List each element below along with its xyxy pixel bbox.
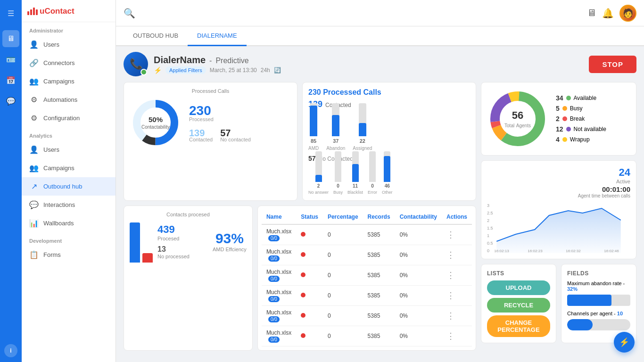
tab-outbound-hub[interactable]: OUTBOUD HUB bbox=[124, 26, 188, 46]
row-tag: 0/0 bbox=[268, 276, 280, 282]
row-menu[interactable]: ⋮ bbox=[446, 271, 455, 280]
nav-item-forms[interactable]: 📋 Forms bbox=[22, 246, 116, 264]
svg-text:16:02:46: 16:02:46 bbox=[604, 249, 619, 253]
fab-filter[interactable]: ⚡ bbox=[614, 332, 635, 353]
bell-icon[interactable]: 🔔 bbox=[602, 8, 614, 19]
cell-pct: 0 bbox=[323, 245, 363, 265]
assigned-name: Assigned bbox=[353, 146, 372, 151]
nc-bar-error: 0 Error bbox=[368, 151, 377, 195]
cell-actions[interactable]: ⋮ bbox=[442, 265, 472, 286]
nav-item-campaigns[interactable]: 👥 Campaigns bbox=[22, 72, 116, 90]
status-dot bbox=[301, 333, 305, 338]
contacts-processed-label: Procesed bbox=[157, 236, 190, 241]
col-actions: Actions bbox=[442, 210, 472, 224]
nav-label-users: Users bbox=[43, 41, 59, 48]
nav-item-connectors[interactable]: 🔗 Connectors bbox=[22, 54, 116, 72]
sidebar-icon-contacts[interactable]: 🪪 bbox=[2, 51, 19, 68]
nav-item-automations[interactable]: ⚙ Automations bbox=[22, 90, 116, 109]
nav-item-configuration[interactable]: ⚙ Configuration bbox=[22, 109, 116, 127]
nav-label-a-campaigns: Campaigns bbox=[43, 165, 74, 172]
legend-not-available: 12 Not available bbox=[556, 125, 606, 133]
recycle-button[interactable]: RECYCLE bbox=[487, 298, 550, 313]
nav-item-wallboards[interactable]: 📊 Wallboards bbox=[22, 214, 116, 232]
nav-item-interactions[interactable]: 💬 Interactions bbox=[22, 196, 116, 214]
cell-status bbox=[296, 265, 323, 286]
sidebar-icon-monitor[interactable]: 🖥 bbox=[2, 30, 19, 47]
nav-label-connectors: Connectors bbox=[43, 59, 74, 66]
nav-item-outbound-hub[interactable]: ↗ Outbound hub bbox=[22, 177, 116, 196]
cell-actions[interactable]: ⋮ bbox=[442, 306, 472, 326]
row-menu[interactable]: ⋮ bbox=[446, 250, 455, 260]
user-avatar[interactable]: 🧑 bbox=[619, 5, 636, 22]
nav-item-a-users[interactable]: 👤 Users bbox=[22, 140, 116, 159]
refresh-icon[interactable]: 🔄 bbox=[274, 67, 281, 74]
cell-actions[interactable]: ⋮ bbox=[442, 245, 472, 265]
chart-processed-num: 230 Processed Calls bbox=[308, 88, 381, 97]
amd-name: AMD bbox=[308, 146, 319, 151]
stop-button[interactable]: STOP bbox=[589, 56, 636, 73]
upload-button[interactable]: UPLOAD bbox=[487, 280, 550, 295]
row-tag: 0/0 bbox=[268, 255, 280, 262]
bar-amd: 85 AMD bbox=[308, 103, 319, 151]
legend-wrapup: 4 Wrapup bbox=[556, 136, 606, 143]
table-row: Much.xlsx 0/0 0 5385 0% ⋮ bbox=[262, 326, 472, 346]
cell-actions[interactable]: ⋮ bbox=[442, 286, 472, 306]
contacts-bars bbox=[130, 220, 153, 263]
nc-other-val: 46 bbox=[385, 183, 390, 189]
left-column: Processed Calls 50% bbox=[124, 82, 476, 355]
contactability-donut: 50% Contactability bbox=[130, 97, 182, 148]
change-pct-button[interactable]: CHANGE PERCENTAGE bbox=[487, 315, 550, 337]
cell-pct: 0 bbox=[323, 265, 363, 286]
line-chart-stats: 24 Active 00:01:00 Agent time between ca… bbox=[487, 166, 630, 198]
cell-pct: 0 bbox=[323, 286, 363, 306]
row-menu[interactable]: ⋮ bbox=[446, 291, 455, 300]
row-menu[interactable]: ⋮ bbox=[446, 331, 455, 341]
main-area: 🔍 🖥 🔔 🧑 OUTBOUD HUB DIALERNAME 📞 bbox=[116, 0, 644, 362]
nav-item-users[interactable]: 👤 Users bbox=[22, 35, 116, 54]
agent-time: 00:01:00 bbox=[578, 185, 630, 193]
nc-blacklist-name: Blacklist bbox=[347, 190, 363, 195]
monitor-icon[interactable]: 🖥 bbox=[587, 8, 596, 18]
col-pct: Percentage bbox=[323, 210, 363, 224]
cell-name: Much.xlsx 0/0 bbox=[262, 286, 296, 306]
row-menu[interactable]: ⋮ bbox=[446, 311, 455, 321]
amd-label: AMD Effciency bbox=[213, 247, 247, 252]
nc-noanswer-name: No answer bbox=[308, 190, 329, 195]
sidebar-icon-calendar[interactable]: 📅 bbox=[2, 72, 19, 89]
nav-item-a-campaigns[interactable]: 👥 Campaigns bbox=[22, 159, 116, 177]
nc-noanswer-val: 2 bbox=[317, 183, 320, 189]
table-row: Much.xlsx 0/0 0 5385 0% ⋮ bbox=[262, 224, 472, 245]
logo-icon bbox=[27, 8, 38, 15]
nav-label-interactions: Interactions bbox=[43, 201, 75, 208]
channels-bar-container bbox=[567, 319, 630, 330]
search-icon[interactable]: 🔍 bbox=[124, 8, 135, 19]
filter-icon: ⚡ bbox=[154, 66, 162, 74]
sidebar-icon-chat[interactable]: 💬 bbox=[2, 92, 19, 109]
cell-name: Much.xlsx 0/0 bbox=[262, 224, 296, 245]
row-menu[interactable]: ⋮ bbox=[446, 230, 455, 239]
cell-actions[interactable]: ⋮ bbox=[442, 224, 472, 245]
header-right: 🖥 🔔 🧑 bbox=[587, 5, 636, 22]
nav-label-outbound-hub: Outbound hub bbox=[43, 183, 82, 190]
legend-break: 2 Break bbox=[556, 115, 606, 123]
stat-row: 139 Contacted 57 No contacted bbox=[189, 128, 251, 142]
status-dot bbox=[301, 252, 305, 257]
configuration-icon: ⚙ bbox=[29, 114, 39, 123]
hamburger-button[interactable]: ☰ bbox=[2, 5, 19, 22]
busy-label: Busy bbox=[570, 105, 583, 112]
info-button[interactable]: i bbox=[4, 344, 17, 357]
agents-legend: 34 Available 5 Busy 2 bbox=[556, 94, 606, 143]
break-count: 2 bbox=[556, 115, 560, 123]
cell-pct: 0 bbox=[323, 326, 363, 346]
cell-contactability: 0% bbox=[395, 265, 442, 286]
cell-actions[interactable]: ⋮ bbox=[442, 326, 472, 346]
dialer-meta: ⚡ Applied Filters March, 25 at 13:30 24h… bbox=[154, 66, 281, 74]
tab-dialername[interactable]: DIALERNAME bbox=[188, 26, 247, 46]
svg-text:2: 2 bbox=[487, 218, 489, 223]
tabs-bar: OUTBOUD HUB DIALERNAME bbox=[116, 26, 644, 46]
processed-stats: 230 Processed 139 Contacted bbox=[189, 103, 251, 142]
cell-name: Much.xlsx 0/0 bbox=[262, 306, 296, 326]
status-dot bbox=[301, 293, 305, 297]
col-name: Name bbox=[262, 210, 296, 224]
contacted-bars: 85 AMD 37 Abandon bbox=[308, 113, 470, 151]
